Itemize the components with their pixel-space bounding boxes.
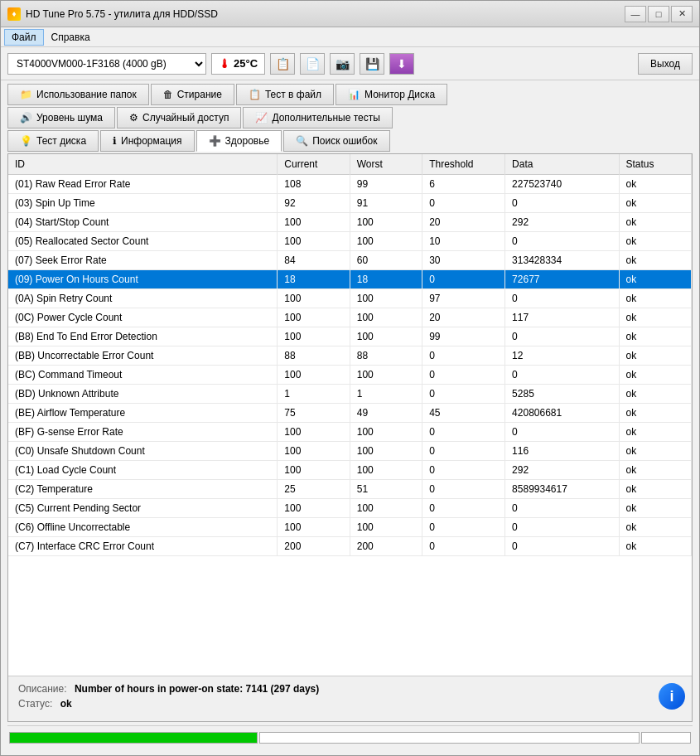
tab-disk-monitor[interactable]: 📊 Монитор Диска (336, 84, 447, 105)
table-row[interactable]: (0A) Spin Retry Count100100970ok (8, 289, 692, 308)
cell-current: 1 (278, 385, 350, 404)
table-row[interactable]: (05) Reallocated Sector Count100100100ok (8, 232, 692, 251)
cell-worst: 100 (350, 423, 422, 442)
maximize-button[interactable]: □ (648, 6, 669, 22)
drive-select[interactable]: ST4000VM000-1F3168 (4000 gB) (7, 53, 206, 75)
info-circle-icon[interactable]: i (659, 683, 685, 710)
cell-id: (03) Spin Up Time (8, 194, 278, 213)
menu-file[interactable]: Файл (4, 29, 44, 46)
cell-status: ok (619, 194, 691, 213)
tab-disk-test[interactable]: 💡 Тест диска (7, 130, 99, 152)
copy-button[interactable]: 📋 (270, 53, 295, 75)
table-row[interactable]: (BF) G-sense Error Rate10010000ok (8, 423, 692, 442)
table-row[interactable]: (B8) End To End Error Detection100100990… (8, 327, 692, 346)
cell-id: (C5) Current Pending Sector (8, 499, 278, 518)
cell-worst: 100 (350, 327, 422, 346)
cell-data: 5285 (505, 385, 619, 404)
cell-threshold: 0 (422, 480, 505, 499)
table-row[interactable]: (07) Seek Error Rate846030313428334ok (8, 251, 692, 270)
cell-data: 292 (505, 213, 619, 232)
camera-button[interactable]: 📷 (330, 53, 355, 75)
tab-erase[interactable]: 🗑 Стирание (151, 84, 234, 105)
table-row[interactable]: (C1) Load Cycle Count1001000292ok (8, 461, 692, 480)
cell-status: ok (619, 175, 691, 194)
cell-data: 0 (505, 194, 619, 213)
info-button[interactable]: 📄 (300, 53, 325, 75)
table-row[interactable]: (C6) Offline Uncorrectable10010000ok (8, 518, 692, 537)
table-row[interactable]: (C5) Current Pending Sector10010000ok (8, 499, 692, 518)
cell-current: 100 (278, 213, 350, 232)
table-row[interactable]: (C0) Unsafe Shutdown Count1001000116ok (8, 442, 692, 461)
table-row[interactable]: (01) Raw Read Error Rate108996227523740o… (8, 175, 692, 194)
cell-threshold: 0 (422, 385, 505, 404)
col-header-current: Current (278, 154, 350, 175)
cell-status: ok (619, 308, 691, 327)
col-header-threshold: Threshold (422, 154, 505, 175)
chart-icon: 📈 (255, 112, 268, 124)
tab-folder-usage[interactable]: 📁 Использование папок (7, 84, 149, 105)
cell-worst: 18 (350, 270, 422, 289)
cell-data: 8589934617 (505, 480, 619, 499)
cell-worst: 100 (350, 232, 422, 251)
cell-current: 100 (278, 327, 350, 346)
cell-data: 0 (505, 518, 619, 537)
cell-worst: 100 (350, 289, 422, 308)
cell-threshold: 0 (422, 499, 505, 518)
cell-id: (BF) G-sense Error Rate (8, 423, 278, 442)
progress-empty (259, 732, 640, 744)
toolbar: ST4000VM000-1F3168 (4000 gB) 🌡 25°C 📋 📄 … (1, 47, 699, 80)
table-row[interactable]: (C7) Interface CRC Error Count20020000ok (8, 537, 692, 556)
table-row[interactable]: (BB) Uncorrectable Error Count8888012ok (8, 346, 692, 366)
cell-data: 12 (505, 346, 619, 366)
table-row[interactable]: (C2) Temperature255108589934617ok (8, 480, 692, 499)
menu-help[interactable]: Справка (44, 29, 98, 46)
cell-id: (0C) Power Cycle Count (8, 308, 278, 327)
cell-current: 108 (278, 175, 350, 194)
table-row[interactable]: (BE) Airflow Temperature754945420806681o… (8, 404, 692, 423)
cell-id: (C6) Offline Uncorrectable (8, 518, 278, 537)
cell-worst: 49 (350, 404, 422, 423)
cell-current: 100 (278, 518, 350, 537)
cell-data: 0 (505, 366, 619, 385)
table-row[interactable]: (09) Power On Hours Count1818072677ok (8, 270, 692, 289)
cell-threshold: 10 (422, 232, 505, 251)
cell-worst: 99 (350, 175, 422, 194)
tab-file-test[interactable]: 📋 Тест в файл (236, 84, 334, 105)
sound-icon: 🔊 (20, 112, 32, 124)
table-row[interactable]: (BC) Command Timeout10010000ok (8, 366, 692, 385)
progress-green (9, 732, 258, 744)
cell-worst: 91 (350, 194, 422, 213)
cell-data: 0 (505, 537, 619, 556)
col-header-worst: Worst (350, 154, 422, 175)
table-row[interactable]: (03) Spin Up Time929100ok (8, 194, 692, 213)
cell-id: (BD) Unknown Attribute (8, 385, 278, 404)
bottom-bar (7, 725, 693, 749)
smart-table-scroll[interactable]: ID Current Worst Threshold Data Status (… (8, 154, 692, 676)
tab-random-access[interactable]: ⚙ Случайный доступ (117, 107, 241, 128)
cell-id: (04) Start/Stop Count (8, 213, 278, 232)
cell-data: 0 (505, 327, 619, 346)
tab-extra-tests[interactable]: 📈 Дополнительные тесты (243, 107, 392, 128)
cell-current: 100 (278, 423, 350, 442)
table-row[interactable]: (04) Start/Stop Count10010020292ok (8, 213, 692, 232)
app-icon: ♦ (7, 7, 21, 21)
minimize-button[interactable]: — (625, 6, 646, 22)
exit-button[interactable]: Выход (638, 53, 693, 75)
tabs-row-2: 🔊 Уровень шума ⚙ Случайный доступ 📈 Допо… (7, 107, 693, 128)
tab-health[interactable]: ➕ Здоровье (196, 130, 282, 152)
tab-noise-level[interactable]: 🔊 Уровень шума (7, 107, 115, 128)
folder-icon: 📁 (20, 89, 32, 100)
table-row[interactable]: (BD) Unknown Attribute1105285ok (8, 385, 692, 404)
download-button[interactable]: ⬇ (389, 53, 414, 75)
cell-current: 100 (278, 461, 350, 480)
close-button[interactable]: ✕ (671, 6, 693, 22)
save-button[interactable]: 💾 (360, 53, 384, 75)
cell-current: 100 (278, 232, 350, 251)
tabs-row-1: 📁 Использование папок 🗑 Стирание 📋 Тест … (7, 84, 693, 105)
cell-id: (09) Power On Hours Count (8, 270, 278, 289)
tab-information[interactable]: ℹ Информация (100, 130, 194, 152)
tab-error-scan[interactable]: 🔍 Поиск ошибок (283, 130, 389, 152)
cell-data: 72677 (505, 270, 619, 289)
cell-id: (C0) Unsafe Shutdown Count (8, 442, 278, 461)
table-row[interactable]: (0C) Power Cycle Count10010020117ok (8, 308, 692, 327)
